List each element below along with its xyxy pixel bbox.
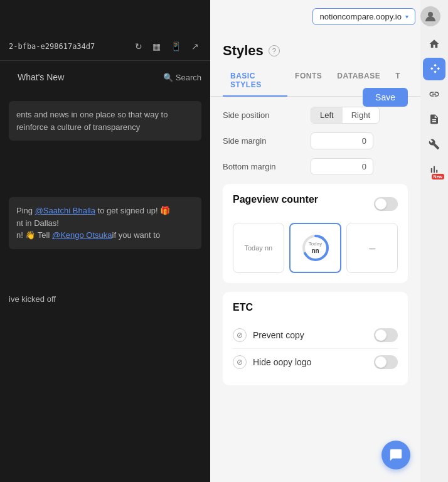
panel-content: ents and news in one place so that way t… xyxy=(0,94,210,313)
content-text-5: ive kicked off xyxy=(9,293,201,306)
etc-title: ETC xyxy=(233,302,398,313)
hide-logo-icon: ⊘ xyxy=(233,355,247,369)
mention-saatchi[interactable]: @Saatchi Bhalla xyxy=(35,206,95,215)
save-button[interactable]: Save xyxy=(363,88,408,107)
content-area: Side position Left Right Side margin Bot… xyxy=(210,97,420,482)
avatar[interactable] xyxy=(420,6,440,26)
top-bar: notioncompare.oopy.io ▾ xyxy=(0,0,448,33)
mention-kengo[interactable]: @Kengo Otsuka xyxy=(52,230,112,240)
counter-ring: Today nn xyxy=(301,233,330,262)
side-margin-label: Side margin xyxy=(223,136,311,146)
hide-logo-toggle[interactable] xyxy=(374,355,398,369)
whats-new-label: What's New xyxy=(9,67,73,87)
tab-fonts[interactable]: FONTS xyxy=(287,65,329,97)
bottom-margin-row: Bottom margin xyxy=(223,158,408,175)
chevron-down-icon: ▾ xyxy=(405,13,408,20)
content-block-2: Ping @Saatchi Bhalla to get signed up! 🎁… xyxy=(9,197,201,249)
prevent-copy-label: Prevent copy xyxy=(253,330,374,340)
counter-card-ring[interactable]: Today nn xyxy=(289,223,342,273)
chat-fab-button[interactable] xyxy=(381,441,410,469)
counter-card-dash-label: – xyxy=(369,242,375,255)
left-panel: 2-bfba-e298617a34d7 ↻ ▦ 📱 ↗ What's New 🔍… xyxy=(0,0,210,482)
content-pre-4: n! 👋 Tell xyxy=(16,230,52,240)
domain-label: notioncompare.oopy.io xyxy=(319,12,402,21)
sidebar-chart-button[interactable]: New xyxy=(423,158,445,181)
content-block-1: ents and news in one place so that way t… xyxy=(9,101,201,141)
pageview-counter-section: Pageview counter Today nn To xyxy=(223,184,408,283)
side-position-right[interactable]: Right xyxy=(343,107,379,123)
side-position-left[interactable]: Left xyxy=(311,107,343,123)
grid-button[interactable]: ▦ xyxy=(150,40,163,53)
pageview-counter-title: Pageview counter xyxy=(233,194,318,205)
side-position-toggle[interactable]: Left Right xyxy=(311,107,380,124)
sidebar-file-button[interactable] xyxy=(423,108,445,131)
bottom-margin-label: Bottom margin xyxy=(223,162,311,171)
counter-card-text-label: Today nn xyxy=(245,244,273,252)
right-sidebar: New xyxy=(420,0,448,482)
panel-header: 2-bfba-e298617a34d7 ↻ ▦ 📱 ↗ xyxy=(0,33,210,61)
tab-basic-styles[interactable]: BASIC STYLES xyxy=(223,65,287,97)
refresh-button[interactable]: ↻ xyxy=(132,40,145,53)
expand-button[interactable]: ↗ xyxy=(189,40,201,53)
side-position-row: Side position Left Right xyxy=(223,107,408,124)
content-text-1: ents and news in one place so that way t… xyxy=(16,110,168,132)
side-position-label: Side position xyxy=(223,110,311,120)
side-margin-row: Side margin xyxy=(223,132,408,149)
sidebar-magic-button[interactable] xyxy=(423,58,445,80)
chart-new-badge: New xyxy=(432,174,444,179)
right-panel: Styles ? BASIC STYLES FONTS DATABASE T S… xyxy=(210,0,420,482)
page-title: Styles xyxy=(223,43,264,59)
sidebar-wrench-button[interactable] xyxy=(423,133,445,156)
domain-selector[interactable]: notioncompare.oopy.io ▾ xyxy=(312,8,415,25)
etc-hide-logo-row: ⊘ Hide oopy logo xyxy=(233,349,398,375)
prevent-copy-icon: ⊘ xyxy=(233,328,247,342)
side-margin-input[interactable] xyxy=(311,132,373,149)
etc-section: ETC ⊘ Prevent copy ⊘ Hide oopy logo xyxy=(223,292,408,385)
panel-id: 2-bfba-e298617a34d7 xyxy=(9,42,95,51)
search-button[interactable]: 🔍 Search xyxy=(163,73,201,82)
content-pre-2: Ping xyxy=(16,206,35,215)
content-post-2: to get signed up! 🎁 xyxy=(95,206,170,215)
device-button[interactable]: 📱 xyxy=(168,40,184,53)
pageview-counter-toggle[interactable] xyxy=(374,197,398,211)
hide-logo-label: Hide oopy logo xyxy=(253,357,374,367)
help-icon[interactable]: ? xyxy=(269,45,280,56)
styles-header: Styles ? xyxy=(210,33,420,59)
panel-search-area: What's New 🔍 Search xyxy=(0,61,210,94)
bottom-margin-input[interactable] xyxy=(311,158,373,175)
counter-card-dash[interactable]: – xyxy=(346,223,398,273)
search-label: Search xyxy=(176,73,201,82)
sidebar-link-button[interactable] xyxy=(423,83,445,105)
content-post-4: if you want to xyxy=(112,230,161,240)
svg-point-0 xyxy=(428,12,433,17)
content-text-3: nt in Dallas! xyxy=(16,218,59,228)
etc-prevent-copy-row: ⊘ Prevent copy xyxy=(233,322,398,349)
sidebar-home-button[interactable] xyxy=(423,33,445,55)
prevent-copy-toggle[interactable] xyxy=(374,328,398,342)
panel-actions: ↻ ▦ 📱 ↗ xyxy=(132,40,201,53)
counter-cards: Today nn Today nn xyxy=(233,223,398,273)
counter-card-text[interactable]: Today nn xyxy=(233,223,284,273)
search-icon: 🔍 xyxy=(163,73,173,82)
